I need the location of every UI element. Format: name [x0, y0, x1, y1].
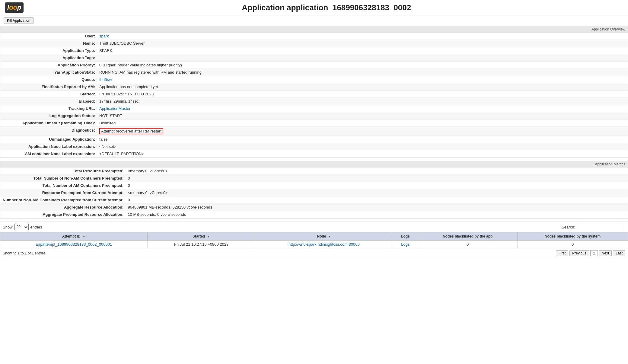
table-row: Application Node Label expression:<Not s…: [0, 143, 628, 150]
row-label: Total Number of AM Containers Preempted:: [0, 182, 125, 189]
row-value: <Not set>: [97, 143, 628, 150]
row-label: Aggregate Resource Allocation:: [0, 204, 125, 211]
overview-table: User:sparkName:Thrift JDBC/ODBC ServerAp…: [0, 33, 628, 158]
application-metrics-panel: Application Metrics Total Resource Preem…: [0, 161, 628, 219]
showing-text: Showing 1 to 1 of 1 entries: [3, 251, 46, 255]
previous-button[interactable]: Previous: [569, 250, 589, 256]
first-button[interactable]: First: [556, 250, 568, 256]
row-value: RUNNING: AM has registered with RM and s…: [97, 69, 628, 76]
table-row: Diagnostics:Attempt recovered after RM r…: [0, 127, 628, 136]
row-value: Thrift JDBC/ODBC Server: [97, 40, 628, 47]
row-link[interactable]: ApplicationMaster: [99, 106, 130, 111]
row-value: [97, 54, 628, 62]
column-header: Nodes blacklisted by the system: [517, 232, 628, 241]
node-link[interactable]: http://wn0-spark.hdinsightcss.com:30060: [288, 242, 360, 247]
page-header: loop Application application_16899063281…: [0, 0, 628, 15]
row-value: Fri Jul 21 02:27:15 +0000 2023: [97, 91, 628, 98]
row-value: 174hrs, 29mins, 14sec: [97, 98, 628, 105]
logs-link[interactable]: Logs: [401, 242, 410, 247]
column-header: Nodes blacklisted by the app: [418, 232, 518, 241]
row-value: SPARK: [97, 47, 628, 54]
row-label: AM container Node Label expression:: [0, 150, 97, 158]
row-label: Name:: [0, 40, 97, 47]
column-header[interactable]: Node ▼: [255, 232, 393, 241]
table-row: Tracking URL:ApplicationMaster: [0, 105, 628, 112]
row-value: Unlimited: [97, 120, 628, 127]
table-row: Log Aggregation Status:NOT_START: [0, 112, 628, 120]
column-header[interactable]: Started ▼: [148, 232, 255, 241]
attempt-id-link[interactable]: appattempt_1689906328183_0002_000001: [36, 242, 112, 247]
search-label: Search:: [562, 225, 575, 229]
row-value: <memory:0, vCores:0>: [125, 168, 628, 175]
search-input[interactable]: [577, 224, 625, 230]
next-button[interactable]: Next: [599, 250, 612, 256]
search-area: Search:: [562, 224, 625, 230]
row-label: FinalStatus Reported by AM:: [0, 83, 97, 91]
table-row: Queue:thriftsvr: [0, 76, 628, 83]
row-label: Application Priority:: [0, 62, 97, 69]
row-value: <DEFAULT_PARTITION>: [97, 150, 628, 158]
row-label: Aggregate Preempted Resource Allocation:: [0, 211, 125, 218]
blacklisted-app-cell: 0: [418, 241, 518, 248]
row-value: Attempt recovered after RM restart: [97, 127, 628, 136]
row-label: Started:: [0, 91, 97, 98]
table-row: appattempt_1689906328183_0002_000001Fri …: [0, 241, 628, 248]
row-value: 0: [125, 196, 628, 204]
table-row: Total Number of Non-AM Containers Preemp…: [0, 175, 628, 182]
row-label: Queue:: [0, 76, 97, 83]
row-label: Total Number of Non-AM Containers Preemp…: [0, 175, 125, 182]
table-row: AM container Node Label expression:<DEFA…: [0, 150, 628, 158]
attempt-id-cell: appattempt_1689906328183_0002_000001: [0, 241, 148, 248]
row-label: Total Resource Preempted:: [0, 168, 125, 175]
row-label: Unmanaged Application:: [0, 136, 97, 143]
row-value: thriftsvr: [97, 76, 628, 83]
row-label: Application Tags:: [0, 54, 97, 62]
table-row: FinalStatus Reported by AM:Application h…: [0, 83, 628, 91]
table-row: Total Number of AM Containers Preempted:…: [0, 182, 628, 189]
page-buttons: First Previous 1 Next Last: [556, 250, 625, 256]
row-value: 0 (Higher Integer value indicates higher…: [97, 62, 628, 69]
row-label: Log Aggregation Status:: [0, 112, 97, 120]
table-row: Aggregate Resource Allocation:964839801 …: [0, 204, 628, 211]
table-row: Application Tags:: [0, 54, 628, 62]
page-title: Application application_1689906328183_00…: [30, 3, 623, 12]
sort-arrow-icon: ▼: [206, 235, 210, 238]
row-label: User:: [0, 33, 97, 40]
table-row: Elapsed:174hrs, 29mins, 14sec: [0, 98, 628, 105]
show-label: Show: [3, 225, 13, 229]
column-header[interactable]: Attempt ID ▼: [0, 232, 148, 241]
row-value: Application has not completed yet.: [97, 83, 628, 91]
row-label: Number of Non-AM Containers Preempted fr…: [0, 196, 125, 204]
started-cell: Fri Jul 21 10:27:16 +0800 2023: [148, 241, 255, 248]
sort-arrow-icon: ▼: [82, 235, 86, 238]
node-cell: http://wn0-spark.hdinsightcss.com:30060: [255, 241, 393, 248]
kill-application-button[interactable]: Kill Application: [4, 17, 33, 24]
row-label: Application Type:: [0, 47, 97, 54]
logs-cell: Logs: [393, 241, 418, 248]
diagnostics-highlight: Attempt recovered after RM restart: [99, 128, 163, 134]
table-row: Number of Non-AM Containers Preempted fr…: [0, 196, 628, 204]
sort-arrow-icon: ▼: [327, 235, 331, 238]
logo-o: oo: [9, 4, 17, 11]
row-value: false: [97, 136, 628, 143]
row-label: Elapsed:: [0, 98, 97, 105]
table-row: Started:Fri Jul 21 02:27:15 +0000 2023: [0, 91, 628, 98]
last-button[interactable]: Last: [613, 250, 625, 256]
column-header: Logs: [393, 232, 418, 241]
show-entries-control: Show 10202550100 entries: [3, 224, 42, 230]
pagination-bar: Showing 1 to 1 of 1 entries First Previo…: [0, 248, 628, 258]
table-row: User:spark: [0, 33, 628, 40]
row-link[interactable]: thriftsvr: [99, 77, 112, 82]
row-label: Application Node Label expression:: [0, 143, 97, 150]
table-row: Total Resource Preempted:<memory:0, vCor…: [0, 168, 628, 175]
attempts-table: Attempt ID ▼Started ▼Node ▼LogsNodes bla…: [0, 232, 628, 248]
table-row: Name:Thrift JDBC/ODBC Server: [0, 40, 628, 47]
table-controls: Show 10202550100 entries Search:: [0, 222, 628, 232]
entries-select[interactable]: 10202550100: [14, 224, 29, 230]
table-row: Application Priority:0 (Higher Integer v…: [0, 62, 628, 69]
logo: loop: [5, 2, 24, 13]
table-row: Resource Preempted from Current Attempt:…: [0, 189, 628, 196]
row-link[interactable]: spark: [99, 34, 109, 38]
row-value: <memory:0, vCores:0>: [125, 189, 628, 196]
row-label: Application Timeout (Remaining Time):: [0, 120, 97, 127]
